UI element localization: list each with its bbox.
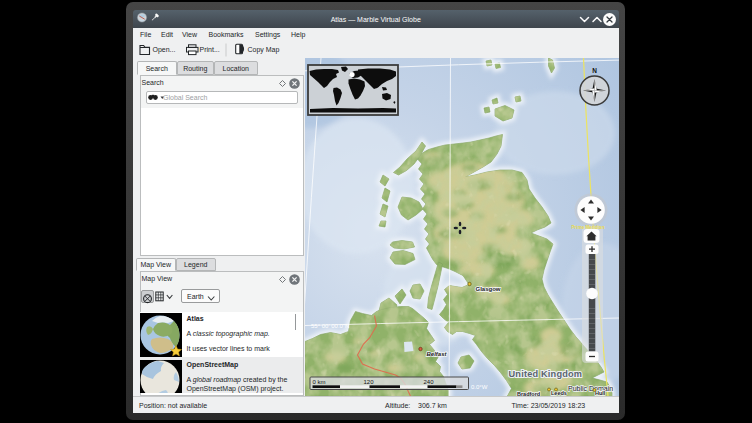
svg-text:Public Domain: Public Domain <box>568 384 613 391</box>
svg-text:Prime Meridian: Prime Meridian <box>571 224 604 229</box>
svg-text:United Kingdom: United Kingdom <box>508 369 582 379</box>
svg-text:Hull: Hull <box>595 390 606 396</box>
svg-text:0.0°W: 0.0°W <box>471 384 488 390</box>
svg-text:Glasgow: Glasgow <box>475 285 500 291</box>
svg-text:240: 240 <box>423 379 434 385</box>
svg-text:0 km: 0 km <box>312 379 325 385</box>
svg-text:Leeds: Leeds <box>551 390 567 396</box>
svg-text:120: 120 <box>363 379 374 385</box>
svg-text:N: N <box>592 67 597 74</box>
svg-text:Belfast: Belfast <box>426 351 447 357</box>
svg-text:55° 00' 00.0"N: 55° 00' 00.0"N <box>311 322 349 328</box>
svg-text:Bradford: Bradford <box>517 390 540 396</box>
